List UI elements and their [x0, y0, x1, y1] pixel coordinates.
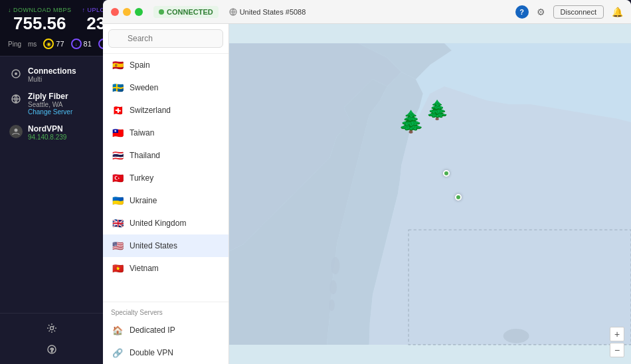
- country-flag: 🇪🇸: [111, 58, 124, 72]
- country-flag: 🇻🇳: [111, 262, 124, 275]
- svg-point-12: [329, 300, 335, 311]
- country-item[interactable]: 🇪🇸 Spain: [103, 54, 228, 76]
- stats-area: ↓ DOWNLOAD Mbps 755.56 ↑ UPLOAD Mbps 23.…: [0, 0, 103, 56]
- status-dot-icon: [159, 9, 164, 15]
- connections-sub: Multi: [28, 76, 76, 83]
- country-name: Taiwan: [130, 128, 154, 137]
- country-flag: 🇸🇪: [111, 81, 124, 94]
- settings-sidebar-icon[interactable]: [0, 318, 103, 339]
- tree-icon-1: 🌲: [398, 109, 424, 134]
- country-name: Vietnam: [130, 264, 159, 273]
- main-panel: CONNECTED United States #5088 ? ⚙ Discon…: [103, 0, 631, 364]
- server-list: 🔍 🇪🇸 Spain 🇸🇪 Sweden 🇨🇭 Switzerland 🇹🇼 T…: [103, 24, 229, 364]
- country-item[interactable]: 🇹🇷 Turkey: [103, 167, 228, 189]
- notifications-icon[interactable]: 🔔: [612, 7, 623, 17]
- svg-point-11: [329, 280, 337, 295]
- ping-2: ↓ 81: [71, 39, 92, 49]
- zoom-in-button[interactable]: +: [610, 327, 624, 341]
- titlebar-actions: ? ⚙ Disconnect 🔔: [515, 5, 623, 19]
- svg-point-4: [50, 327, 53, 330]
- help-button[interactable]: ?: [515, 5, 529, 19]
- search-input[interactable]: [108, 29, 223, 48]
- country-flag: 🇹🇭: [111, 149, 124, 162]
- country-item[interactable]: 🇺🇸 United States: [103, 234, 228, 257]
- svg-text:?: ?: [50, 347, 54, 353]
- map-area: 🌲 🌲 + −: [229, 24, 631, 364]
- vpn-ip: 94.140.8.239: [28, 134, 66, 141]
- country-item[interactable]: 🇹🇭 Thailand: [103, 144, 228, 167]
- sidebar: ↓ DOWNLOAD Mbps 755.56 ↑ UPLOAD Mbps 23.…: [0, 0, 103, 364]
- globe-icon: [9, 92, 23, 106]
- country-name: Turkey: [130, 173, 153, 183]
- specialty-name: Dedicated IP: [130, 325, 175, 335]
- sidebar-item-isp[interactable]: Ziply Fiber Seattle, WA Change Server: [3, 88, 100, 120]
- ping-row: Ping ms ◉ 77 ↓ 81 ↑ 87: [8, 36, 95, 49]
- country-name: United States: [130, 241, 177, 250]
- specialty-section: Specialty Servers 🏠 Dedicated IP 🔗 Doubl…: [103, 302, 228, 364]
- sidebar-bottom: ?: [0, 313, 103, 364]
- svg-point-13: [503, 329, 529, 343]
- country-name: United Kingdom: [130, 219, 186, 228]
- country-item[interactable]: 🇻🇳 Vietnam: [103, 257, 228, 280]
- connections-icon: [9, 67, 23, 80]
- specialty-item[interactable]: 🏠 Dedicated IP: [103, 319, 228, 341]
- specialty-name: Double VPN: [130, 348, 173, 357]
- vpn-label: NordVPN: [28, 124, 66, 134]
- download-value: 755.56: [8, 15, 72, 32]
- isp-label: Ziply Fiber: [28, 92, 72, 101]
- country-name: Ukraine: [130, 196, 157, 205]
- country-item[interactable]: 🇨🇭 Switzerland: [103, 99, 228, 122]
- download-stat: ↓ DOWNLOAD Mbps 755.56: [8, 7, 72, 32]
- minimize-traffic-light[interactable]: [123, 8, 131, 16]
- svg-point-10: [331, 257, 339, 274]
- connection-status: CONNECTED: [153, 6, 219, 18]
- ping-1: ◉ 77: [43, 39, 64, 49]
- specialty-item[interactable]: 🔗 Double VPN: [103, 341, 228, 364]
- current-server: United States #5088: [229, 8, 306, 16]
- country-flag: 🇬🇧: [111, 217, 124, 230]
- help-sidebar-icon[interactable]: ?: [0, 339, 103, 360]
- specialty-icon: 🔗: [111, 346, 124, 359]
- maximize-traffic-light[interactable]: [135, 8, 143, 16]
- tree-icon-2: 🌲: [426, 99, 449, 121]
- country-flag: 🇨🇭: [111, 104, 124, 117]
- titlebar: CONNECTED United States #5088 ? ⚙ Discon…: [103, 0, 631, 24]
- settings-icon[interactable]: ⚙: [537, 7, 545, 17]
- search-box: 🔍: [103, 24, 228, 54]
- svg-point-1: [15, 72, 17, 75]
- vpn-avatar: [9, 125, 23, 138]
- country-name: Thailand: [130, 151, 160, 160]
- zoom-out-button[interactable]: −: [610, 343, 624, 357]
- change-server-link[interactable]: Change Server: [28, 108, 72, 116]
- download-arrow-icon: ↓: [8, 7, 11, 13]
- country-name: Sweden: [130, 83, 158, 92]
- content-area: 🔍 🇪🇸 Spain 🇸🇪 Sweden 🇨🇭 Switzerland 🇹🇼 T…: [103, 24, 631, 364]
- traffic-lights: [111, 8, 143, 16]
- country-item[interactable]: 🇺🇦 Ukraine: [103, 189, 228, 212]
- close-traffic-light[interactable]: [111, 8, 119, 16]
- isp-location: Seattle, WA: [28, 101, 72, 108]
- zoom-controls: + −: [610, 327, 624, 357]
- map-pin-1: [443, 170, 450, 177]
- country-list: 🇪🇸 Spain 🇸🇪 Sweden 🇨🇭 Switzerland 🇹🇼 Tai…: [103, 54, 228, 302]
- sidebar-item-connections[interactable]: Connections Multi: [3, 62, 100, 87]
- sidebar-item-vpn[interactable]: NordVPN 94.140.8.239: [3, 120, 100, 145]
- specialty-header: Specialty Servers: [103, 306, 228, 319]
- sidebar-nav: Connections Multi Ziply Fiber Seattle, W…: [0, 56, 103, 313]
- map-pin-2: [455, 194, 462, 201]
- country-name: Switzerland: [130, 106, 171, 115]
- disconnect-button[interactable]: Disconnect: [553, 5, 604, 19]
- svg-point-3: [15, 129, 18, 132]
- country-flag: 🇹🇼: [111, 126, 124, 139]
- country-flag: 🇺🇦: [111, 194, 124, 207]
- country-item[interactable]: 🇹🇼 Taiwan: [103, 122, 228, 144]
- country-flag: 🇹🇷: [111, 171, 124, 185]
- country-flag: 🇺🇸: [111, 239, 124, 252]
- upload-arrow-icon: ↑: [82, 7, 86, 13]
- country-item[interactable]: 🇬🇧 United Kingdom: [103, 212, 228, 234]
- specialty-icon: 🏠: [111, 323, 124, 337]
- connections-label: Connections: [28, 66, 76, 76]
- country-name: Spain: [130, 60, 150, 70]
- country-item[interactable]: 🇸🇪 Sweden: [103, 76, 228, 99]
